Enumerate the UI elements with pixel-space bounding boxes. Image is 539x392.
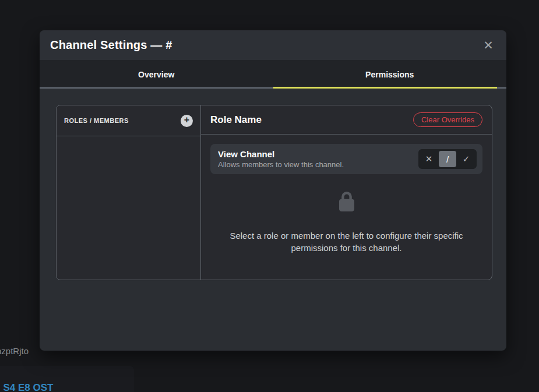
allow-icon[interactable]: ✓ bbox=[457, 151, 475, 167]
channel-settings-modal: Channel Settings — # ✕ Overview Permissi… bbox=[40, 30, 506, 351]
permission-texts: View Channel Allows members to view this… bbox=[218, 149, 344, 169]
role-permissions-main: Role Name Clear Overrides View Channel A… bbox=[201, 105, 492, 280]
clear-overrides-button[interactable]: Clear Overrides bbox=[413, 112, 482, 127]
roles-members-label: ROLES / MEMBERS bbox=[64, 117, 129, 124]
modal-header: Channel Settings — # ✕ bbox=[40, 30, 506, 60]
role-header: Role Name Clear Overrides bbox=[201, 105, 492, 135]
deny-icon[interactable]: ✕ bbox=[420, 151, 438, 167]
empty-state: Select a role or member on the left to c… bbox=[210, 174, 482, 270]
tab-permissions[interactable]: Permissions bbox=[273, 60, 507, 89]
role-name-title: Role Name bbox=[210, 114, 262, 126]
tab-overview[interactable]: Overview bbox=[40, 60, 273, 89]
permission-row-view-channel: View Channel Allows members to view this… bbox=[210, 144, 482, 174]
modal-title: Channel Settings — # bbox=[50, 38, 172, 52]
roles-sidebar-header: ROLES / MEMBERS + bbox=[57, 105, 200, 136]
neutral-icon[interactable]: / bbox=[439, 151, 456, 167]
permissions-panel: ROLES / MEMBERS + Role Name Clear Overri… bbox=[56, 105, 492, 280]
roles-list[interactable] bbox=[57, 136, 200, 280]
background-song-link[interactable]: : S4 E8 OST bbox=[0, 382, 53, 392]
lock-icon bbox=[333, 189, 360, 218]
add-role-icon[interactable]: + bbox=[181, 115, 193, 127]
permission-description: Allows members to view this channel. bbox=[218, 160, 344, 169]
roles-sidebar: ROLES / MEMBERS + bbox=[57, 105, 201, 280]
tab-bar: Overview Permissions bbox=[40, 60, 506, 89]
permissions-content: View Channel Allows members to view this… bbox=[201, 135, 492, 280]
empty-state-text: Select a role or member on the left to c… bbox=[219, 229, 475, 254]
permission-tristate: ✕ / ✓ bbox=[418, 149, 477, 169]
permission-name: View Channel bbox=[218, 149, 344, 159]
background-partial-text: nzptRjto bbox=[0, 346, 29, 356]
close-icon[interactable]: ✕ bbox=[481, 38, 496, 53]
